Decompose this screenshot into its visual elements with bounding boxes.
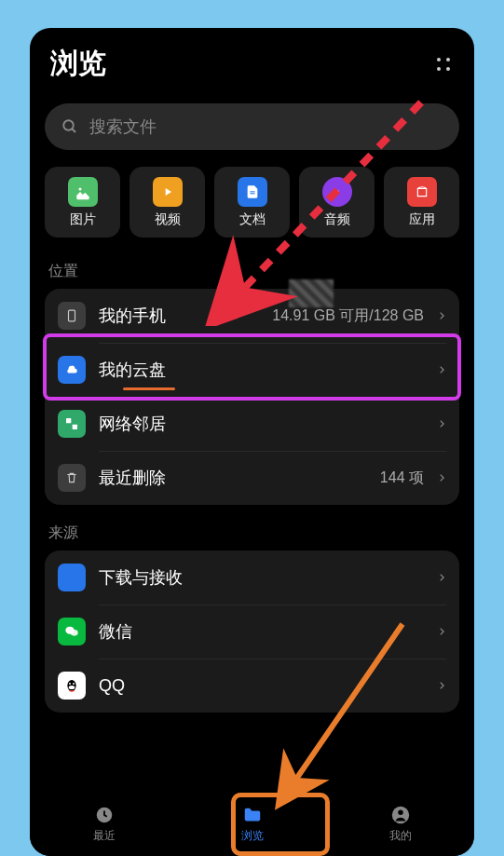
category-video[interactable]: 视频 [129,167,205,238]
more-icon[interactable] [433,54,454,75]
category-label: 音频 [324,211,350,228]
search-placeholder: 搜索文件 [89,115,157,138]
search-input[interactable]: 搜索文件 [45,103,459,150]
svg-point-12 [71,630,78,636]
svg-point-0 [63,120,74,130]
download-icon [58,564,86,591]
row-label: QQ [99,676,424,696]
clock-icon [94,805,115,825]
location-cloud[interactable]: 我的云盘 [45,343,459,397]
category-label: 图片 [70,211,96,228]
nav-browse[interactable]: 浏览 [178,793,326,856]
phone-screen: 浏览 搜索文件 图片 视频 文档 [30,28,474,856]
svg-point-7 [335,190,339,194]
row-label: 微信 [99,620,424,643]
category-apps[interactable]: 应用 [384,167,459,238]
location-list: 我的手机 14.91 GB 可用/128 GB 我的云盘 网络邻居 最近删除 1… [45,289,459,505]
chevron-right-icon [437,308,446,323]
chevron-right-icon [437,362,446,377]
video-icon [153,177,183,207]
bottom-nav: 最近 浏览 我的 [30,793,474,856]
category-label: 视频 [155,211,181,228]
svg-rect-9 [66,418,71,423]
svg-point-16 [73,683,75,685]
category-audio[interactable]: 音频 [299,167,375,238]
person-icon [390,805,411,825]
trash-icon [58,464,86,492]
chevron-right-icon [437,416,446,431]
chevron-right-icon [437,678,446,693]
category-label: 应用 [409,211,435,228]
row-label: 最近删除 [99,467,367,489]
source-qq[interactable]: QQ [45,659,459,713]
nav-mine[interactable]: 我的 [326,793,474,856]
nav-recent[interactable]: 最近 [30,793,178,856]
source-wechat[interactable]: 微信 [45,605,459,659]
row-sub: 144 项 [380,469,424,488]
chevron-right-icon [437,570,446,585]
category-row: 图片 视频 文档 音频 应用 [30,161,474,243]
row-label: 我的云盘 [99,359,424,381]
category-docs[interactable]: 文档 [214,167,290,238]
app-header: 浏览 [30,28,474,92]
row-label: 网络邻居 [99,413,424,435]
wechat-icon [58,618,86,645]
location-my-phone[interactable]: 我的手机 14.91 GB 可用/128 GB [45,289,459,343]
svg-point-19 [398,810,403,816]
nav-label: 浏览 [241,828,264,844]
section-header-source: 来源 [30,505,474,550]
annotation-underline [123,387,175,390]
folder-icon [241,805,264,825]
category-images[interactable]: 图片 [45,167,120,238]
svg-rect-10 [73,425,77,429]
qq-icon [58,672,86,700]
category-label: 文档 [239,211,266,228]
row-sub: 14.91 GB 可用/128 GB [272,306,424,326]
nav-label: 我的 [389,828,412,844]
row-label: 我的手机 [99,305,259,327]
location-network[interactable]: 网络邻居 [45,397,459,451]
location-trash[interactable]: 最近删除 144 项 [45,451,459,505]
svg-line-1 [72,129,75,132]
section-header-location: 位置 [30,243,474,289]
blurred-region [289,279,334,307]
app-icon [407,177,437,207]
cloud-icon [58,356,86,384]
source-list: 下载与接收 微信 QQ [45,550,459,713]
image-icon [68,177,98,207]
chevron-right-icon [437,470,446,485]
svg-rect-4 [250,191,254,192]
phone-icon [58,302,86,330]
search-icon [61,118,78,135]
svg-rect-8 [69,310,75,321]
audio-icon [322,177,352,207]
svg-point-3 [78,187,81,190]
row-label: 下载与接收 [99,566,424,589]
network-icon [58,410,86,438]
svg-rect-5 [250,193,254,194]
page-title: 浏览 [50,45,106,83]
nav-label: 最近 [93,828,116,844]
svg-point-15 [69,683,71,685]
source-downloads[interactable]: 下载与接收 [45,550,459,605]
svg-point-14 [69,686,75,689]
chevron-right-icon [437,624,446,639]
document-icon [238,177,267,207]
